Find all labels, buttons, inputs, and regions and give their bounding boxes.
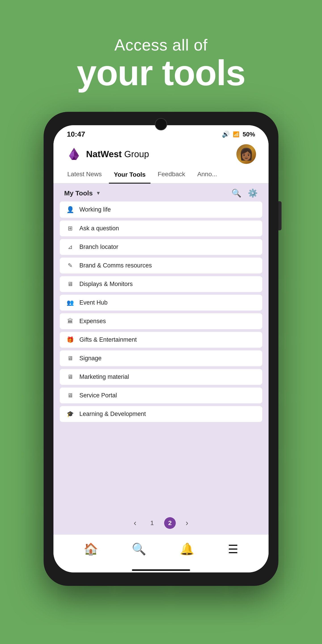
working-life-icon: 👤 [66, 206, 74, 213]
search-nav-icon: 🔍 [132, 542, 146, 556]
bottom-nav-home[interactable]: 🏠 [79, 540, 103, 558]
access-all-text: Access all of [77, 36, 245, 54]
dropdown-arrow-icon: ▼ [96, 190, 101, 196]
bottom-nav-search[interactable]: 🔍 [127, 540, 151, 558]
tools-list: 👤 Working life ⊞ Ask a question ⊿ Branch… [54, 202, 268, 512]
battery-text: 50% [242, 131, 255, 138]
natwest-logo-icon [66, 146, 82, 162]
tool-item-learning-development[interactable]: 🎓 Learning & Development [60, 406, 262, 422]
brand-comms-label: Brand & Comms resources [80, 262, 152, 269]
tool-item-ask-question[interactable]: ⊞ Ask a question [60, 220, 262, 236]
page-2-btn[interactable]: 2 [164, 517, 176, 529]
app-logo: NatWest Group [66, 146, 149, 162]
home-icon: 🏠 [84, 542, 98, 556]
displays-monitors-icon: 🖥 [66, 281, 74, 288]
app-logo-row: NatWest Group 👩🏾 [54, 141, 268, 166]
expenses-icon: 🏛 [66, 318, 74, 325]
bottom-nav-menu[interactable]: ☰ [224, 540, 243, 558]
menu-icon: ☰ [228, 543, 238, 556]
bottom-nav-notifications[interactable]: 🔔 [175, 540, 199, 558]
prev-page-btn[interactable]: ‹ [130, 516, 140, 530]
tool-item-signage[interactable]: 🖥 Signage [60, 350, 262, 366]
nav-tabs: Latest News Your Tools Feedback Anno... [54, 166, 268, 184]
status-time: 10:47 [67, 130, 85, 138]
my-tools-dropdown[interactable]: My Tools ▼ [64, 190, 101, 197]
bell-icon: 🔔 [180, 542, 194, 556]
phone-screen: 10:47 🔊 📶 50% NatWest Group [54, 125, 268, 572]
logo-text: NatWest Group [86, 149, 149, 159]
brand-comms-icon: ✎ [66, 262, 74, 269]
settings-icon[interactable]: ⚙️ [248, 188, 258, 198]
status-right-icons: 🔊 📶 50% [222, 130, 255, 138]
main-content: My Tools ▼ 🔍 ⚙️ 👤 Working life ⊞ Ask a q… [54, 184, 268, 534]
event-hub-icon: 👥 [66, 299, 74, 306]
tools-header-row: My Tools ▼ 🔍 ⚙️ [54, 184, 268, 202]
avatar[interactable]: 👩🏾 [236, 144, 256, 164]
tool-item-event-hub[interactable]: 👥 Event Hub [60, 295, 262, 310]
branch-locator-label: Branch locator [80, 244, 118, 250]
gifts-entertainment-icon: 🎁 [66, 336, 74, 343]
signage-label: Signage [80, 355, 102, 362]
next-page-btn[interactable]: › [182, 516, 192, 530]
tab-feedback[interactable]: Feedback [153, 166, 190, 183]
tool-item-brand-comms[interactable]: ✎ Brand & Comms resources [60, 258, 262, 274]
marketing-material-label: Marketing material [80, 374, 129, 380]
tab-announcements[interactable]: Anno... [192, 166, 222, 183]
learning-development-icon: 🎓 [66, 410, 74, 418]
tool-item-marketing-material[interactable]: 🖥 Marketing material [60, 369, 262, 385]
tool-item-branch-locator[interactable]: ⊿ Branch locator [60, 239, 262, 255]
your-tools-text: your tools [77, 54, 245, 92]
signal-icon: 📶 [233, 131, 240, 138]
working-life-label: Working life [80, 206, 111, 213]
tool-item-expenses[interactable]: 🏛 Expenses [60, 313, 262, 329]
tool-item-displays-monitors[interactable]: 🖥 Displays & Monitors [60, 276, 262, 292]
phone-mockup: 10:47 🔊 📶 50% NatWest Group [44, 112, 278, 586]
ask-question-label: Ask a question [80, 225, 119, 232]
tool-item-gifts-entertainment[interactable]: 🎁 Gifts & Entertainment [60, 332, 262, 348]
speaker-icon: 🔊 [222, 130, 230, 138]
home-indicator [54, 569, 268, 572]
event-hub-label: Event Hub [80, 299, 108, 306]
tools-action-icons: 🔍 ⚙️ [232, 188, 258, 198]
learning-development-label: Learning & Development [80, 410, 146, 418]
search-icon[interactable]: 🔍 [232, 188, 242, 198]
front-camera [155, 118, 167, 130]
service-portal-label: Service Portal [80, 392, 117, 399]
displays-monitors-label: Displays & Monitors [80, 281, 133, 288]
page-header: Access all of your tools [77, 36, 245, 92]
branch-locator-icon: ⊿ [66, 244, 74, 250]
my-tools-label: My Tools [64, 190, 93, 197]
tool-item-working-life[interactable]: 👤 Working life [60, 202, 262, 218]
ask-question-icon: ⊞ [66, 225, 74, 232]
pagination: ‹ 1 2 › [54, 512, 268, 534]
bottom-nav: 🏠 🔍 🔔 ☰ [54, 534, 268, 569]
service-portal-icon: 🖥 [66, 392, 74, 399]
gifts-entertainment-label: Gifts & Entertainment [80, 336, 137, 343]
power-button [278, 201, 282, 230]
signage-icon: 🖥 [66, 355, 74, 362]
marketing-material-icon: 🖥 [66, 374, 74, 380]
expenses-label: Expenses [80, 318, 106, 325]
page-1-btn[interactable]: 1 [146, 517, 158, 529]
tool-item-service-portal[interactable]: 🖥 Service Portal [60, 388, 262, 404]
tab-latest-news[interactable]: Latest News [62, 166, 107, 183]
tab-your-tools[interactable]: Your Tools [109, 166, 150, 184]
